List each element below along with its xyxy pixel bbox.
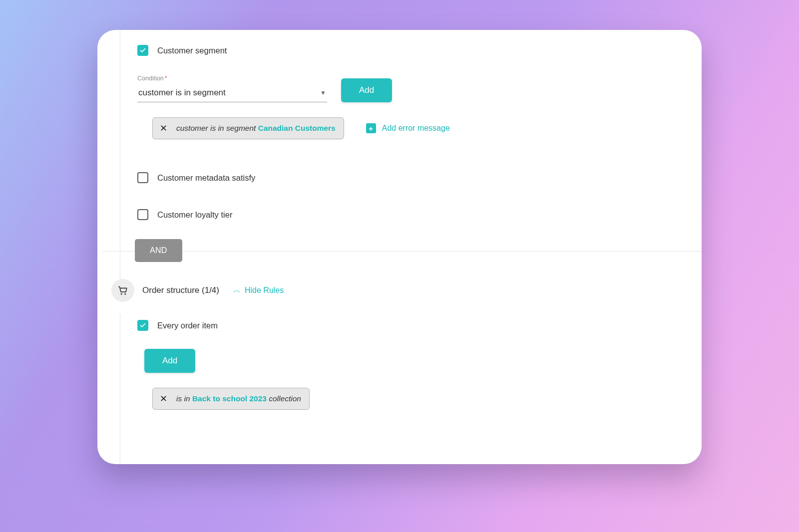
- and-badge: AND: [135, 239, 182, 262]
- chevron-down-icon: ▼: [320, 89, 326, 96]
- chip-prefix: customer is in segment: [176, 124, 256, 132]
- required-asterisk: *: [165, 75, 167, 82]
- rule-customer-segment: Customer segment: [137, 45, 682, 56]
- condition-field-label-text: Condition: [137, 75, 164, 82]
- order-structure-title: Order structure (1/4): [142, 285, 219, 295]
- condition-block: Condition* customer is in segment ▼ Add …: [137, 75, 682, 139]
- close-icon[interactable]: ✕: [158, 394, 169, 403]
- order-structure-section: Every order item Add ✕ is in Back to sch…: [137, 320, 682, 410]
- close-icon[interactable]: ✕: [158, 124, 169, 133]
- checkbox-every-order-item[interactable]: [137, 320, 148, 331]
- condition-select[interactable]: customer is in segment ▼: [137, 85, 327, 102]
- add-condition-button[interactable]: Add: [341, 78, 392, 102]
- svg-point-1: [124, 293, 126, 295]
- condition-field-label: Condition*: [137, 75, 327, 82]
- condition-select-value: customer is in segment: [138, 88, 226, 98]
- hide-rules-label: Hide Rules: [245, 286, 284, 295]
- hide-rules-toggle[interactable]: ︿ Hide Rules: [233, 286, 284, 295]
- condition-chip-row: ✕ customer is in segment Canadian Custom…: [152, 117, 682, 139]
- order-chip-row: ✕ is in Back to school 2023 collection: [152, 388, 682, 410]
- rule-every-order-item: Every order item: [137, 320, 682, 331]
- cart-icon: [111, 279, 134, 302]
- label-customer-segment: Customer segment: [157, 46, 227, 55]
- divider-line: [102, 251, 702, 252]
- customer-section: Customer segment Condition* customer is …: [137, 45, 682, 220]
- and-divider: AND: [97, 239, 702, 263]
- chip-value: Canadian Customers: [258, 124, 336, 132]
- condition-field: Condition* customer is in segment ▼: [137, 75, 327, 102]
- chevron-up-icon: ︿: [233, 285, 241, 295]
- content-area: Customer segment Condition* customer is …: [97, 30, 702, 464]
- label-customer-loyalty: Customer loyalty tier: [157, 210, 232, 220]
- order-condition-chip: ✕ is in Back to school 2023 collection: [152, 388, 310, 410]
- add-error-label: Add error message: [382, 124, 450, 133]
- chip-suffix: collection: [269, 394, 301, 403]
- order-structure-header: Order structure (1/4) ︿ Hide Rules: [117, 279, 682, 302]
- chip-prefix: is in: [176, 394, 190, 403]
- chip-text: customer is in segment Canadian Customer…: [176, 124, 336, 133]
- app-window: Customer segment Condition* customer is …: [97, 30, 702, 464]
- chip-text: is in Back to school 2023 collection: [176, 394, 301, 403]
- label-customer-metadata: Customer metadata satisfy: [157, 173, 255, 183]
- add-order-condition-button[interactable]: Add: [144, 349, 195, 373]
- add-error-message-link[interactable]: + Add error message: [366, 123, 450, 133]
- rule-customer-metadata: Customer metadata satisfy: [137, 172, 682, 183]
- plus-icon: +: [366, 123, 376, 133]
- condition-row: Condition* customer is in segment ▼ Add: [137, 75, 682, 102]
- condition-chip: ✕ customer is in segment Canadian Custom…: [152, 117, 344, 139]
- rule-customer-loyalty: Customer loyalty tier: [137, 209, 682, 220]
- checkbox-customer-metadata[interactable]: [137, 172, 148, 183]
- svg-point-0: [121, 293, 122, 295]
- tree-line-bottom: [120, 314, 120, 464]
- checkbox-customer-segment[interactable]: [137, 45, 148, 56]
- label-every-order-item: Every order item: [157, 321, 218, 330]
- checkbox-customer-loyalty[interactable]: [137, 209, 148, 220]
- chip-value: Back to school 2023: [192, 394, 267, 403]
